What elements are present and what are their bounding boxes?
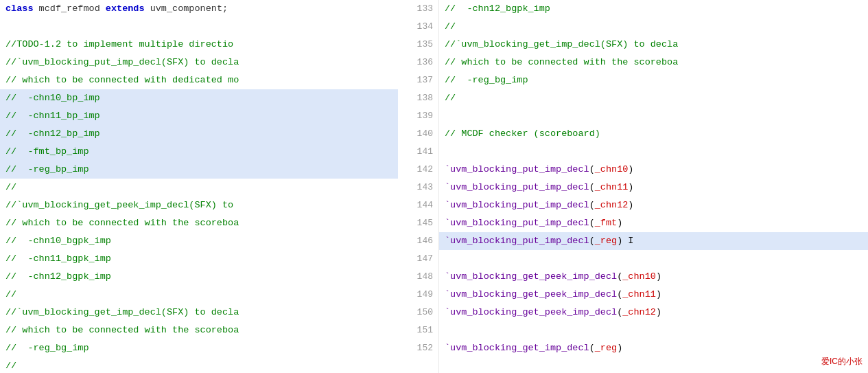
left-code-line: //TODO-1.2 to implement multiple directi… (0, 36, 398, 54)
right-line-number: 149 (417, 286, 433, 304)
left-code-line: // -reg_bg_imp (0, 339, 398, 357)
left-code-line: // which to be connected with the scoreb… (0, 214, 398, 232)
left-code-line: // -chn10_bgpk_imp (0, 232, 398, 250)
right-code-line: `uvm_blocking_put_imp_decl(_chn10) (439, 161, 868, 179)
right-line-number: 137 (417, 71, 433, 89)
left-code-line: // (0, 286, 398, 304)
right-line-number: 144 (417, 196, 433, 214)
right-line-number: 138 (417, 89, 433, 107)
right-line-number: 140 (417, 125, 433, 143)
left-code-line: // which to be connected with dedicated … (0, 71, 398, 89)
left-code-line: class mcdf_refmod extends uvm_component; (0, 0, 398, 18)
left-code-line (0, 18, 398, 36)
left-code-line: // -chn11_bgpk_imp (0, 250, 398, 268)
left-code-line: // -chn11_bp_imp (0, 107, 398, 125)
right-line-number: 146 (417, 232, 433, 250)
watermark: 爱IC的小张 (821, 356, 863, 368)
left-code-line: // -reg_bp_imp (0, 161, 398, 179)
right-code-line: `uvm_blocking_get_peek_imp_decl(_chn12) (439, 304, 868, 321)
left-code-line: // -chn12_bp_imp (0, 125, 398, 143)
left-code-line: // which to be connected with the scoreb… (0, 321, 398, 339)
right-code-line: `uvm_blocking_put_imp_decl(_fmt) (439, 214, 868, 232)
right-line-number: 135 (417, 36, 433, 54)
right-line-number: 139 (417, 107, 433, 125)
right-line-number: 152 (417, 339, 433, 357)
right-line-number: 136 (417, 54, 433, 71)
right-code-line: `uvm_blocking_get_peek_imp_decl(_chn10) (439, 268, 868, 286)
right-code-line: `uvm_blocking_get_peek_imp_decl(_chn11) (439, 286, 868, 304)
right-code-line: `uvm_blocking_put_imp_decl(_chn11) (439, 179, 868, 196)
right-code-line: `uvm_blocking_get_imp_decl(_reg) (439, 339, 868, 357)
left-editor-pane: class mcdf_refmod extends uvm_component;… (0, 0, 398, 373)
right-line-number: 143 (417, 179, 433, 196)
right-code-line: `uvm_blocking_put_imp_decl(_reg) I (439, 232, 868, 250)
left-code-line: //`uvm_blocking_get_imp_decl(SFX) to dec… (0, 304, 398, 321)
left-code-line: // -fmt_bp_imp (0, 143, 398, 161)
left-code-line: // -chn12_bgpk_imp (0, 268, 398, 286)
left-code-line: // (0, 179, 398, 196)
right-code-line: // MCDF checker (scoreboard) (439, 125, 868, 143)
right-code-line: //`uvm_blocking_get_imp_decl(SFX) to dec… (439, 36, 868, 54)
right-code-line (439, 107, 868, 125)
right-line-number: 151 (417, 321, 433, 339)
right-line-number: 141 (417, 143, 433, 161)
left-code-line: // (0, 357, 398, 373)
right-code-line: // -reg_bg_imp (439, 71, 868, 89)
right-code-line: `uvm_blocking_put_imp_decl(_chn12) (439, 196, 868, 214)
right-line-number: 142 (417, 161, 433, 179)
right-code-line: // which to be connected with the scoreb… (439, 54, 868, 71)
right-code-line (439, 321, 868, 339)
right-code-line (439, 143, 868, 161)
right-line-numbers: 1331341351361371381391401411421431441451… (398, 0, 439, 373)
left-code-line: // -chn10_bp_imp (0, 89, 398, 107)
right-line-number: 148 (417, 268, 433, 286)
right-line-number: 145 (417, 214, 433, 232)
right-line-number: 133 (417, 0, 433, 18)
right-code-line (439, 250, 868, 268)
left-code-line: //`uvm_blocking_put_imp_decl(SFX) to dec… (0, 54, 398, 71)
right-code-line: // (439, 89, 868, 107)
right-line-number: 150 (417, 304, 433, 321)
right-line-number: 147 (417, 250, 433, 268)
right-line-number: 134 (417, 18, 433, 36)
right-code-content: // -chn12_bgpk_imp////`uvm_blocking_get_… (439, 0, 868, 373)
left-code-line: //`uvm_blocking_get_peek_imp_decl(SFX) t… (0, 196, 398, 214)
right-code-line: // -chn12_bgpk_imp (439, 0, 868, 18)
right-editor-pane: 1331341351361371381391401411421431441451… (398, 0, 868, 373)
right-code-line: // (439, 18, 868, 36)
